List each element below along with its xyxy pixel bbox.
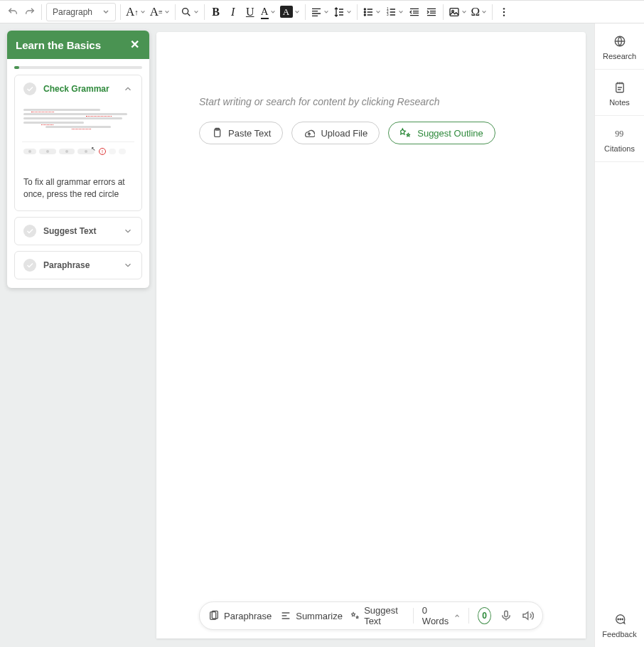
svg-text:3: 3 (387, 13, 389, 16)
lesson-header-check-grammar[interactable]: Check Grammar (15, 75, 141, 102)
right-rail: Research Notes 99 Citations Feedback (594, 23, 644, 647)
close-icon[interactable]: ✕ (129, 38, 141, 52)
separator (357, 4, 358, 20)
paraphrase-button[interactable]: Paraphrase (208, 610, 272, 621)
svg-point-1 (364, 9, 365, 10)
speaker-icon[interactable] (521, 609, 534, 622)
rail-feedback[interactable]: Feedback (595, 601, 644, 647)
button-label: Paste Text (228, 128, 271, 139)
lesson-title: Check Grammar (43, 84, 116, 94)
rail-label: Research (603, 52, 636, 60)
lesson-preview: ↖ ! (15, 102, 141, 166)
tutorial-panel-header: Learn the Basics ✕ (7, 31, 149, 59)
redo-button[interactable] (21, 2, 38, 22)
separator (175, 4, 176, 20)
bullet-list-button[interactable] (360, 2, 383, 22)
separator (305, 4, 306, 20)
editor-placeholder: Start writing or search for content by c… (199, 96, 543, 107)
tutorial-progress (14, 66, 142, 69)
suggest-outline-button[interactable]: Suggest Outline (388, 122, 495, 144)
image-button[interactable] (446, 2, 469, 22)
rail-label: Citations (604, 144, 635, 153)
tutorial-panel-title: Learn the Basics (16, 39, 101, 51)
svg-text:99: 99 (615, 129, 623, 139)
separator (468, 608, 469, 624)
lesson-title: Paraphrase (43, 260, 116, 270)
align-button[interactable] (308, 2, 331, 22)
svg-point-3 (364, 14, 365, 16)
tutorial-panel: Learn the Basics ✕ Check Grammar (0, 23, 156, 647)
bold-button[interactable]: B (208, 2, 225, 22)
svg-point-2 (364, 11, 365, 13)
font-size-preset-button[interactable]: A≡ (148, 2, 172, 22)
lesson-suggest-text[interactable]: Suggest Text (14, 217, 142, 245)
text-color-button[interactable]: A (259, 2, 278, 22)
rail-label: Feedback (602, 630, 636, 638)
bottom-toolbar: Paraphrase Summarize Suggest Text 0 Word… (199, 601, 543, 630)
svg-rect-7 (450, 8, 458, 16)
paste-text-button[interactable]: Paste Text (199, 122, 283, 144)
mic-icon[interactable] (500, 609, 512, 622)
lesson-description: To fix all grammar errors at once, press… (15, 166, 141, 210)
lesson-title: Suggest Text (43, 226, 116, 236)
lesson-check-grammar: Check Grammar ↖ (14, 75, 142, 211)
word-count[interactable]: 0 Words (422, 605, 460, 626)
undo-button[interactable] (4, 2, 21, 22)
word-count-label: 0 Words (422, 605, 450, 626)
separator (204, 4, 205, 20)
paragraph-label: Paragraph (53, 7, 92, 17)
italic-button[interactable]: I (225, 2, 242, 22)
chevron-down-icon (123, 260, 133, 270)
error-count-badge[interactable]: 0 (478, 607, 491, 624)
summarize-button[interactable]: Summarize (280, 610, 343, 621)
chevron-down-icon (123, 226, 133, 236)
more-button[interactable] (495, 2, 512, 22)
rail-notes[interactable]: Notes (595, 70, 644, 116)
svg-point-10 (503, 11, 505, 12)
indent-button[interactable] (423, 2, 440, 22)
numbered-list-button[interactable]: 123 (383, 2, 406, 22)
separator (413, 608, 414, 624)
rail-label: Notes (609, 98, 630, 107)
underline-button[interactable]: U (242, 2, 259, 22)
button-label: Upload File (321, 128, 367, 139)
lesson-paraphrase[interactable]: Paraphrase (14, 251, 142, 279)
separator (120, 4, 121, 20)
tutorial-progress-fill (14, 66, 19, 69)
check-circle-icon (23, 259, 36, 272)
zoom-button[interactable] (178, 2, 201, 22)
fix-all-icon: ! (99, 148, 106, 155)
highlight-color-button[interactable]: A (278, 2, 302, 22)
separator (443, 4, 444, 20)
button-label: Paraphrase (224, 611, 272, 621)
rail-citations[interactable]: 99 Citations (595, 116, 644, 162)
button-label: Suggest Text (364, 605, 404, 626)
line-height-button[interactable] (331, 2, 354, 22)
special-char-button[interactable]: Ω (469, 2, 490, 22)
outdent-button[interactable] (406, 2, 423, 22)
font-size-increase-button[interactable]: A↑ (124, 2, 148, 22)
svg-rect-16 (505, 611, 508, 616)
svg-point-11 (503, 14, 505, 16)
check-circle-icon (23, 82, 36, 95)
svg-point-20 (618, 619, 619, 620)
svg-point-21 (620, 619, 621, 620)
svg-point-9 (503, 8, 505, 9)
svg-point-0 (182, 8, 188, 14)
button-label: Summarize (296, 611, 343, 621)
upload-file-button[interactable]: Upload File (291, 122, 380, 144)
button-label: Suggest Outline (417, 128, 483, 139)
editor[interactable]: Start writing or search for content by c… (156, 32, 586, 638)
editor-actions: Paste Text Upload File Suggest Outline (199, 122, 543, 144)
check-circle-icon (23, 225, 36, 237)
rail-research[interactable]: Research (595, 23, 644, 70)
main-area: Learn the Basics ✕ Check Grammar (0, 23, 594, 647)
separator (41, 4, 42, 20)
svg-point-22 (622, 619, 623, 620)
chevron-up-icon (123, 84, 133, 94)
toolbar: Paragraph A↑ A≡ B I U A A 123 (0, 0, 644, 23)
paragraph-style-select[interactable]: Paragraph (46, 3, 116, 21)
separator (492, 4, 493, 20)
suggest-text-button[interactable]: Suggest Text (351, 605, 404, 626)
